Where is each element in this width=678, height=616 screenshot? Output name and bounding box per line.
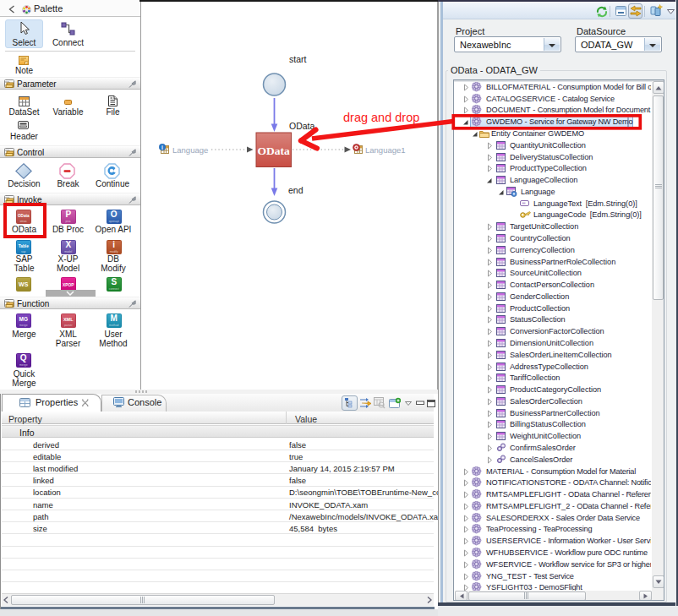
- svg-text:i: i: [161, 144, 163, 150]
- svg-text:OData: OData: [258, 144, 290, 157]
